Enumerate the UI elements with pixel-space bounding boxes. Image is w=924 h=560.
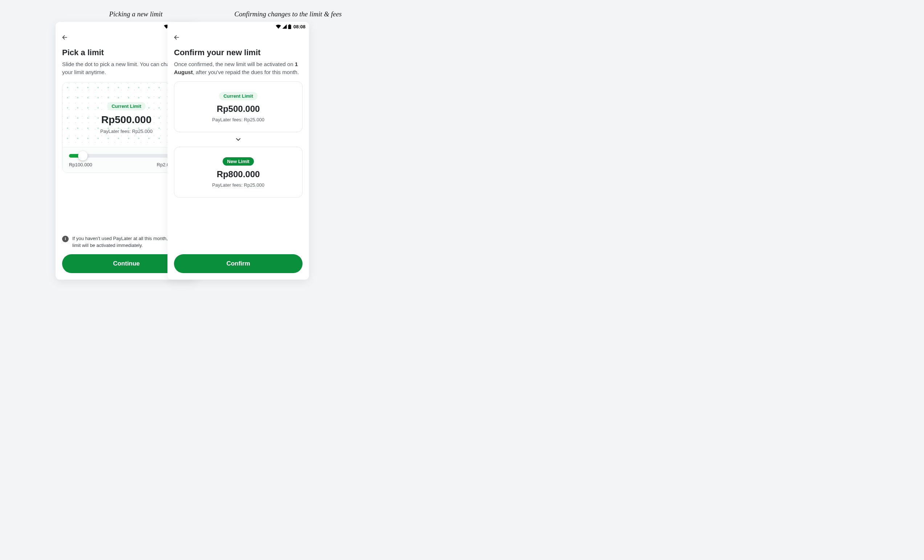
new-limit-fees: PayLater fees: Rp25.000 xyxy=(178,182,298,188)
new-limit-amount: Rp800.000 xyxy=(178,169,298,180)
page-subtitle: Once confirmed, the new limit will be ac… xyxy=(174,60,303,76)
subtitle-post: , after you've repaid the dues for this … xyxy=(193,69,299,75)
info-icon: i xyxy=(62,236,69,242)
battery-icon xyxy=(288,24,291,29)
new-limit-card: New Limit Rp800.000 PayLater fees: Rp25.… xyxy=(174,147,303,198)
confirm-button[interactable]: Confirm xyxy=(174,254,303,273)
slider-labels: Rp100.000 Rp2.000.000 xyxy=(69,162,184,168)
arrow-between xyxy=(174,132,303,145)
current-limit-chip: Current Limit xyxy=(219,92,258,100)
subtitle-pre: Once confirmed, the new limit will be ac… xyxy=(174,61,295,67)
svg-rect-2 xyxy=(288,25,291,29)
page-title: Confirm your new limit xyxy=(174,48,303,57)
wifi-icon xyxy=(276,24,281,29)
back-button[interactable] xyxy=(172,33,180,41)
phone-confirm-limit: 08:08 Confirm your new limit Once confir… xyxy=(168,22,309,280)
back-button[interactable] xyxy=(61,33,69,41)
current-limit-chip: Current Limit xyxy=(107,102,146,111)
slider-thumb[interactable] xyxy=(78,151,87,160)
status-bar: 08:08 xyxy=(168,22,309,30)
caption-right: Confirming changes to the limit & fees xyxy=(163,10,413,18)
svg-rect-3 xyxy=(289,24,290,25)
current-limit-fees: PayLater fees: Rp25.000 xyxy=(178,117,298,123)
screen-content: Confirm your new limit Once confirmed, t… xyxy=(168,45,309,280)
new-limit-chip: New Limit xyxy=(223,157,254,166)
current-limit-card: Current Limit Rp500.000 PayLater fees: R… xyxy=(174,81,303,132)
limit-slider[interactable] xyxy=(69,154,184,157)
status-time: 08:08 xyxy=(294,24,306,29)
slider-min-label: Rp100.000 xyxy=(69,162,92,168)
arrow-left-icon xyxy=(61,34,68,41)
top-bar xyxy=(168,30,309,45)
arrow-left-icon xyxy=(173,34,180,41)
cell-icon xyxy=(282,24,287,29)
current-limit-amount: Rp500.000 xyxy=(178,104,298,114)
chevron-down-icon xyxy=(235,136,242,143)
